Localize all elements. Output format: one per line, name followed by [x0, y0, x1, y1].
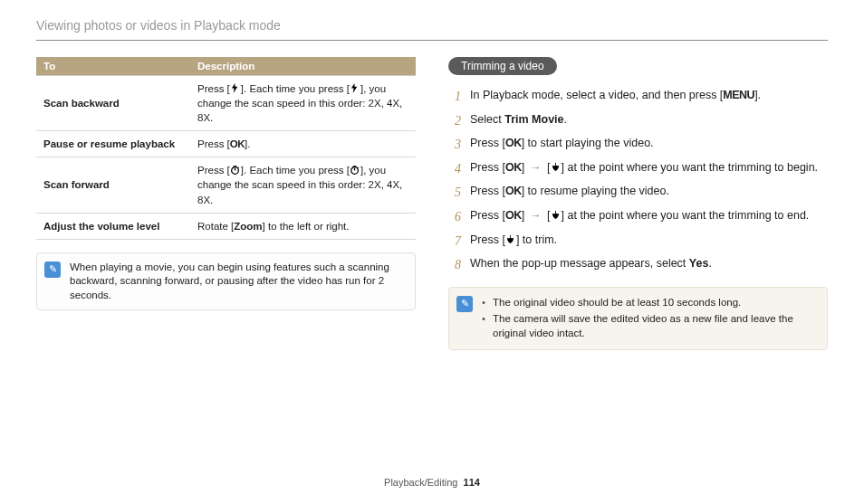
- step-number: 3: [448, 136, 461, 154]
- ok-button-label: OK: [505, 185, 522, 197]
- step-number: 5: [448, 184, 461, 202]
- table-row: Scan forward Press []. Each time you pre…: [36, 157, 416, 213]
- step-number: 8: [448, 256, 461, 274]
- ok-button-label: OK: [505, 137, 522, 149]
- left-column: To Description Scan backward Press []. E…: [36, 57, 416, 350]
- table-header-to: To: [36, 57, 190, 76]
- timer-icon: [230, 165, 241, 176]
- row-op: Pause or resume playback: [36, 131, 190, 157]
- table-row: Adjust the volume level Rotate [Zoom] to…: [36, 213, 416, 239]
- flash-icon: [230, 83, 241, 94]
- right-column: Trimming a video 1 In Playback mode, sel…: [448, 57, 828, 350]
- arrow-icon: →: [531, 160, 542, 176]
- section-heading-pill: Trimming a video: [448, 57, 557, 75]
- note-icon: ✎: [456, 296, 473, 312]
- row-desc: Press []. Each time you press [], you ch…: [190, 157, 416, 213]
- ok-button-label: OK: [505, 209, 522, 222]
- ok-button-label: OK: [230, 138, 245, 149]
- step-2: 2 Select Trim Movie.: [448, 112, 828, 130]
- macro-icon: [505, 233, 516, 244]
- step-4: 4 Press [OK] → [] at the point where you…: [448, 160, 828, 178]
- operations-table: To Description Scan backward Press []. E…: [36, 57, 416, 240]
- row-op: Adjust the volume level: [36, 213, 190, 239]
- step-number: 2: [448, 112, 461, 130]
- row-desc: Press []. Each time you press [], you ch…: [190, 76, 416, 131]
- row-desc: Press [OK].: [190, 131, 416, 157]
- step-3: 3 Press [OK] to start playing the video.: [448, 136, 828, 154]
- row-desc: Rotate [Zoom] to the left or right.: [190, 213, 416, 239]
- title-divider: [36, 40, 828, 41]
- step-1: 1 In Playback mode, select a video, and …: [448, 88, 828, 106]
- step-7: 7 Press [] to trim.: [448, 233, 828, 251]
- step-number: 4: [448, 160, 461, 178]
- steps-list: 1 In Playback mode, select a video, and …: [448, 88, 828, 274]
- row-op: Scan backward: [36, 76, 190, 131]
- macro-icon: [551, 209, 562, 220]
- row-op: Scan forward: [36, 157, 190, 213]
- note-bullet: The original video should be at least 10…: [482, 295, 818, 309]
- step-8: 8 When the pop-up message appears, selec…: [448, 256, 828, 274]
- step-number: 1: [448, 88, 461, 106]
- note-bullets: The original video should be at least 10…: [482, 295, 818, 342]
- table-header-description: Description: [190, 57, 416, 76]
- note-icon: ✎: [44, 262, 61, 278]
- table-row: Scan backward Press []. Each time you pr…: [36, 76, 416, 131]
- page-title: Viewing photos or videos in Playback mod…: [36, 18, 828, 33]
- step-5: 5 Press [OK] to resume playing the video…: [448, 184, 828, 202]
- table-row: Pause or resume playback Press [OK].: [36, 131, 416, 157]
- macro-icon: [551, 161, 562, 172]
- step-6: 6 Press [OK] → [] at the point where you…: [448, 208, 828, 226]
- menu-button-label: MENU: [723, 89, 754, 101]
- flash-icon: [350, 83, 360, 94]
- step-number: 7: [448, 233, 461, 251]
- timer-icon: [350, 165, 360, 176]
- note-box-left: ✎ When playing a movie, you can begin us…: [36, 252, 416, 311]
- note-bullet: The camera will save the edited video as…: [482, 311, 818, 340]
- note-text: When playing a movie, you can begin usin…: [70, 261, 406, 303]
- step-number: 6: [448, 208, 461, 226]
- note-box-right: ✎ The original video should be at least …: [448, 287, 828, 350]
- arrow-icon: →: [531, 208, 542, 223]
- page-footer: Playback/Editing 114: [0, 477, 864, 488]
- ok-button-label: OK: [505, 161, 522, 174]
